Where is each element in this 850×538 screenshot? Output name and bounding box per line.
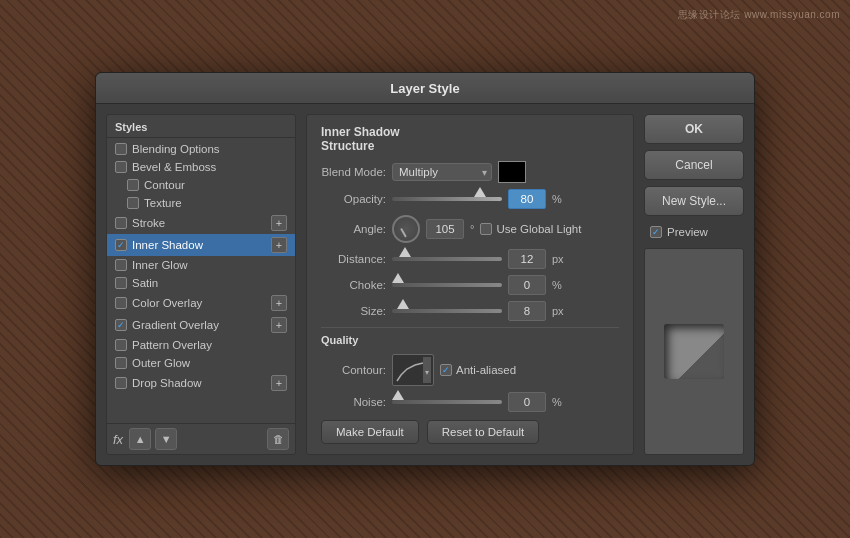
checkbox-outer-glow[interactable] bbox=[115, 357, 127, 369]
checkbox-stroke[interactable] bbox=[115, 217, 127, 229]
noise-label: Noise: bbox=[321, 396, 386, 408]
label-blending: Blending Options bbox=[132, 143, 220, 155]
choke-input[interactable] bbox=[508, 275, 546, 295]
distance-label: Distance: bbox=[321, 253, 386, 265]
distance-slider-track[interactable] bbox=[392, 257, 502, 261]
size-slider-container bbox=[392, 309, 502, 313]
opacity-slider-track[interactable] bbox=[392, 197, 502, 201]
size-unit: px bbox=[552, 305, 564, 317]
checkbox-texture[interactable] bbox=[127, 197, 139, 209]
delete-effect-button[interactable]: 🗑 bbox=[267, 428, 289, 450]
sidebar-item-texture[interactable]: Texture bbox=[107, 194, 295, 212]
opacity-slider-thumb[interactable] bbox=[474, 187, 486, 197]
opacity-unit: % bbox=[552, 193, 562, 205]
size-slider-thumb[interactable] bbox=[397, 299, 409, 309]
angle-dial[interactable] bbox=[392, 215, 420, 243]
ok-button[interactable]: OK bbox=[644, 114, 744, 144]
checkbox-color-overlay[interactable] bbox=[115, 297, 127, 309]
noise-input[interactable] bbox=[508, 392, 546, 412]
add-btn-drop-shadow[interactable]: + bbox=[271, 375, 287, 391]
preview-checkbox[interactable]: ✓ bbox=[650, 226, 662, 238]
add-btn-color-overlay[interactable]: + bbox=[271, 295, 287, 311]
dialog-body: Styles Blending OptionsBevel & EmbossCon… bbox=[96, 104, 754, 466]
noise-slider-track[interactable] bbox=[392, 400, 502, 404]
choke-unit: % bbox=[552, 279, 562, 291]
sidebar-item-pattern-overlay[interactable]: Pattern Overlay bbox=[107, 336, 295, 354]
section-title-1: Inner Shadow Structure bbox=[321, 125, 619, 154]
choke-slider-container bbox=[392, 283, 502, 287]
checkbox-blending[interactable] bbox=[115, 143, 127, 155]
checkbox-contour[interactable] bbox=[127, 179, 139, 191]
checkbox-pattern-overlay[interactable] bbox=[115, 339, 127, 351]
opacity-input[interactable] bbox=[508, 189, 546, 209]
make-default-button[interactable]: Make Default bbox=[321, 420, 419, 444]
move-down-button[interactable]: ▼ bbox=[155, 428, 177, 450]
checkbox-drop-shadow[interactable] bbox=[115, 377, 127, 389]
noise-row: Noise: % bbox=[321, 392, 619, 412]
distance-slider-container bbox=[392, 257, 502, 261]
distance-slider-thumb[interactable] bbox=[399, 247, 411, 257]
sidebar-item-inner-glow[interactable]: Inner Glow bbox=[107, 256, 295, 274]
sidebar-item-blending[interactable]: Blending Options bbox=[107, 140, 295, 158]
use-global-light-checkbox[interactable] bbox=[480, 223, 492, 235]
sidebar-item-stroke[interactable]: Stroke+ bbox=[107, 212, 295, 234]
contour-preview[interactable]: ▾ bbox=[392, 354, 434, 386]
blend-mode-select[interactable]: Multiply Normal Screen Overlay bbox=[392, 163, 492, 181]
label-contour: Contour bbox=[144, 179, 185, 191]
use-global-light-label[interactable]: Use Global Light bbox=[480, 223, 581, 235]
checkbox-gradient-overlay[interactable]: ✓ bbox=[115, 319, 127, 331]
distance-input[interactable] bbox=[508, 249, 546, 269]
preview-checkbox-row: ✓ Preview bbox=[644, 222, 744, 240]
anti-aliased-checkbox[interactable]: ✓ bbox=[440, 364, 452, 376]
reset-to-default-button[interactable]: Reset to Default bbox=[427, 420, 539, 444]
anti-aliased-label[interactable]: ✓ Anti-aliased bbox=[440, 364, 516, 376]
watermark: 思缘设计论坛 www.missyuan.com bbox=[678, 8, 840, 22]
angle-input[interactable] bbox=[426, 219, 464, 239]
checkbox-inner-glow[interactable] bbox=[115, 259, 127, 271]
noise-slider-container bbox=[392, 400, 502, 404]
opacity-row: Opacity: % bbox=[321, 189, 619, 209]
label-drop-shadow: Drop Shadow bbox=[132, 377, 202, 389]
divider-1 bbox=[321, 327, 619, 328]
action-buttons-row: Make Default Reset to Default bbox=[321, 420, 619, 444]
preview-box bbox=[664, 324, 724, 379]
sidebar-item-satin[interactable]: Satin bbox=[107, 274, 295, 292]
add-btn-stroke[interactable]: + bbox=[271, 215, 287, 231]
label-color-overlay: Color Overlay bbox=[132, 297, 202, 309]
choke-slider-track[interactable] bbox=[392, 283, 502, 287]
label-texture: Texture bbox=[144, 197, 182, 209]
add-effect-button[interactable]: ▲ bbox=[129, 428, 151, 450]
noise-slider-thumb[interactable] bbox=[392, 390, 404, 400]
choke-row: Choke: % bbox=[321, 275, 619, 295]
new-style-button[interactable]: New Style... bbox=[644, 186, 744, 216]
opacity-slider-container bbox=[392, 197, 502, 201]
sidebar-item-color-overlay[interactable]: Color Overlay+ bbox=[107, 292, 295, 314]
sidebar-item-contour[interactable]: Contour bbox=[107, 176, 295, 194]
size-input[interactable] bbox=[508, 301, 546, 321]
svg-text:▾: ▾ bbox=[425, 368, 429, 377]
sidebar-item-gradient-overlay[interactable]: ✓Gradient Overlay+ bbox=[107, 314, 295, 336]
sidebar-item-inner-shadow[interactable]: ✓Inner Shadow+ bbox=[107, 234, 295, 256]
blend-color-swatch[interactable] bbox=[498, 161, 526, 183]
size-label: Size: bbox=[321, 305, 386, 317]
blend-mode-label: Blend Mode: bbox=[321, 166, 386, 178]
sidebar-item-bevel[interactable]: Bevel & Emboss bbox=[107, 158, 295, 176]
checkbox-satin[interactable] bbox=[115, 277, 127, 289]
sidebar-item-outer-glow[interactable]: Outer Glow bbox=[107, 354, 295, 372]
styles-panel: Styles Blending OptionsBevel & EmbossCon… bbox=[106, 114, 296, 456]
choke-slider-thumb[interactable] bbox=[392, 273, 404, 283]
label-gradient-overlay: Gradient Overlay bbox=[132, 319, 219, 331]
add-btn-gradient-overlay[interactable]: + bbox=[271, 317, 287, 333]
checkbox-bevel[interactable] bbox=[115, 161, 127, 173]
add-btn-inner-shadow[interactable]: + bbox=[271, 237, 287, 253]
size-slider-track[interactable] bbox=[392, 309, 502, 313]
label-stroke: Stroke bbox=[132, 217, 165, 229]
fx-label: fx bbox=[113, 432, 123, 447]
dialog-title: Layer Style bbox=[96, 73, 754, 104]
angle-unit: ° bbox=[470, 223, 474, 235]
checkbox-inner-shadow[interactable]: ✓ bbox=[115, 239, 127, 251]
preview-area bbox=[644, 248, 744, 456]
angle-label: Angle: bbox=[321, 223, 386, 235]
sidebar-item-drop-shadow[interactable]: Drop Shadow+ bbox=[107, 372, 295, 394]
cancel-button[interactable]: Cancel bbox=[644, 150, 744, 180]
